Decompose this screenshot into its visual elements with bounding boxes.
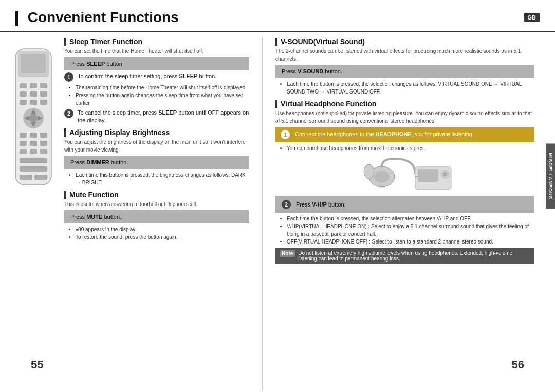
svg-rect-24	[20, 149, 27, 154]
svg-rect-10	[30, 100, 37, 105]
svg-rect-27	[20, 158, 47, 163]
sleep-timer-desc: You can set the time that the Home Theat…	[64, 47, 249, 55]
main-content: Sleep Timer Function You can set the tim…	[0, 38, 555, 391]
svg-point-33	[364, 164, 374, 179]
svg-rect-25	[30, 149, 37, 154]
vsound-section: V-SOUND(Virtual Sound) The 2-channel sou…	[275, 38, 534, 96]
svg-point-37	[443, 172, 447, 176]
page-header: Convenient Functions GB	[0, 0, 555, 32]
mute-desc: This is useful when answering a doorbell…	[64, 200, 249, 208]
page-title: Convenient Functions	[15, 9, 524, 26]
step-circle-1: 1	[64, 72, 73, 82]
svg-rect-5	[40, 83, 47, 88]
display-brightness-section: Adjusting Display Brightness You can adj…	[64, 128, 249, 186]
svg-rect-20	[40, 133, 47, 138]
vsound-bullets: Each time the button is pressed, the sel…	[281, 80, 534, 96]
sleep-step3-row: 2 To cancel the sleep timer, press SLEEP…	[64, 109, 249, 125]
left-sections: Sleep Timer Function You can set the tim…	[64, 38, 254, 391]
gb-badge: GB	[524, 13, 540, 22]
vhp-step2-box: 2 Press V-H/P button.	[275, 196, 534, 213]
side-tab: MISCELLANEOUS	[546, 144, 555, 209]
vhp-bullets: Each time the button is pressed, the sel…	[281, 215, 534, 246]
vhp-step1-bullets: You can purchase headphones from most El…	[281, 144, 534, 152]
svg-rect-18	[20, 133, 27, 138]
svg-rect-22	[30, 141, 37, 146]
right-sections: V-SOUND(Virtual Sound) The 2-channel sou…	[270, 38, 545, 391]
svg-rect-6	[20, 91, 27, 97]
mute-section: Mute Function This is useful when answer…	[64, 191, 249, 241]
virtual-headphone-section: Virtual Headphone Function Use headphone…	[275, 100, 534, 264]
page-number-right: 56	[512, 358, 524, 371]
mute-box: Press MUTE button.	[64, 210, 249, 223]
svg-rect-7	[30, 91, 37, 97]
remote-image	[10, 46, 59, 191]
column-divider	[262, 38, 263, 391]
svg-point-32	[374, 171, 390, 183]
vhp-step-circle-1: 1	[281, 130, 290, 139]
svg-rect-4	[30, 83, 37, 88]
svg-rect-11	[40, 100, 47, 105]
title-text: Convenient Functions	[28, 9, 179, 25]
svg-rect-29	[20, 175, 32, 180]
note-text: Do not listen at extremely high volume l…	[298, 250, 530, 262]
note-label: Note	[280, 250, 295, 257]
svg-rect-26	[40, 149, 47, 154]
title-bar	[15, 11, 18, 26]
svg-rect-2	[21, 54, 46, 73]
mute-bullets: ♦00 appears in the display. To restore t…	[69, 226, 249, 241]
vhp-title: Virtual Headphone Function	[275, 100, 534, 108]
vsound-desc: The 2-channel sounds can be listened wit…	[275, 47, 534, 63]
sleep-step1-box: Press SLEEP button.	[64, 57, 249, 70]
brightness-bullets: Each time this button is pressed, the br…	[69, 171, 249, 186]
vhp-desc: Use headphones (not supplied) for privat…	[275, 109, 534, 125]
svg-point-13	[29, 114, 38, 122]
sleep-bullets: The remaining time before the Home Theat…	[69, 84, 249, 107]
page-number-left: 55	[31, 358, 43, 371]
step-circle-2: 2	[64, 109, 73, 118]
vsound-box: Press V-SOUND button.	[275, 65, 534, 78]
note-box: Note Do not listen at extremely high vol…	[275, 248, 534, 264]
brightness-title: Adjusting Display Brightness	[64, 128, 249, 137]
svg-rect-8	[40, 91, 47, 97]
vhp-step1-highlight: 1 Connect the headphones to the HEADPHON…	[275, 127, 534, 142]
svg-rect-19	[30, 133, 37, 138]
brightness-desc: You can adjust the brightness of the dis…	[64, 138, 249, 154]
svg-rect-23	[40, 141, 47, 146]
svg-rect-35	[418, 169, 438, 182]
svg-rect-21	[20, 141, 27, 146]
vsound-title: V-SOUND(Virtual Sound)	[275, 38, 534, 46]
sleep-step2-row: 1 To confirm the sleep timer setting, pr…	[64, 72, 249, 82]
svg-rect-3	[20, 83, 27, 88]
sleep-timer-section: Sleep Timer Function You can set the tim…	[64, 38, 249, 125]
svg-rect-28	[20, 166, 47, 172]
svg-rect-9	[20, 100, 27, 105]
dimmer-box: Press DIMMER button.	[64, 156, 249, 169]
sleep-timer-title: Sleep Timer Function	[64, 38, 249, 46]
vhp-step-circle-2: 2	[282, 200, 291, 209]
mute-title: Mute Function	[64, 191, 249, 199]
svg-rect-30	[34, 175, 47, 180]
headphone-image	[275, 156, 534, 192]
